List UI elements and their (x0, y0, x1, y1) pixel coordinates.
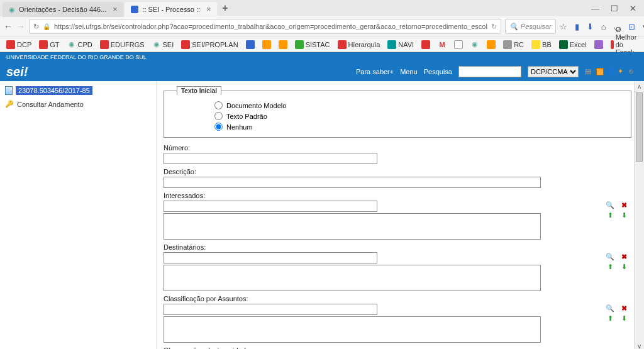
bookmark-item[interactable] (484, 39, 498, 50)
bookmark-item[interactable] (419, 39, 433, 50)
browser-search[interactable]: 🔍 Pesquisar (505, 19, 556, 34)
menu-link[interactable]: Menu (400, 68, 418, 75)
addon-icon[interactable]: ▮ (575, 22, 579, 31)
reload-icon[interactable]: ↻ (33, 23, 39, 31)
browser-tab[interactable]: :: SEI - Processo :: × (125, 2, 217, 17)
bookmark-item[interactable]: RC (501, 39, 526, 50)
move-up-icon[interactable]: ⬆ (606, 262, 614, 271)
classificacao-input[interactable] (164, 304, 377, 315)
bookmark-item[interactable]: BB (529, 39, 554, 50)
bookmark-item[interactable]: EDUFRGS (97, 39, 147, 50)
consultar-label: Consultar Andamento (17, 101, 84, 108)
maximize-button[interactable]: ☐ (611, 4, 618, 13)
move-up-icon[interactable]: ⬆ (606, 211, 614, 219)
toolbar-icon[interactable]: ✦ (618, 67, 626, 76)
classificacao-list[interactable] (164, 316, 541, 343)
close-icon[interactable]: × (113, 5, 117, 14)
sei-logo: sei! (6, 65, 28, 79)
bookmark-item[interactable]: Excel (557, 39, 589, 50)
bookmark-item[interactable]: M (435, 39, 449, 50)
download-icon[interactable]: ⬇ (587, 22, 594, 31)
bookmark-item[interactable] (243, 39, 257, 50)
bookmark-item[interactable]: ◉CPD (65, 39, 95, 50)
interessados-input[interactable] (164, 201, 377, 212)
pesquisa-label: Pesquisa (424, 68, 452, 75)
move-down-icon[interactable]: ⬇ (619, 314, 628, 323)
scrollbar[interactable]: ∧ ∨ (634, 81, 644, 349)
address-bar[interactable]: ↻ 🔒 https://sei.ufrgs.br/sei/controlador… (29, 19, 501, 34)
bookmark-icon (387, 40, 396, 49)
left-pane: 23078.503456/2017-85 🔑 Consultar Andamen… (0, 81, 157, 349)
observacoes-label: Observações desta unidade: (164, 346, 631, 349)
search-icon[interactable]: 🔍 (606, 201, 614, 209)
delete-icon[interactable]: ✖ (619, 201, 628, 209)
new-tab-button[interactable]: + (222, 3, 228, 14)
institution-bar: UNIVERSIDADE FEDERAL DO RIO GRANDE DO SU… (0, 52, 644, 62)
move-up-icon[interactable]: ⬆ (606, 314, 614, 323)
bookmark-item[interactable]: GT (36, 39, 62, 50)
bookmark-item[interactable]: ◉ (468, 39, 482, 50)
globe-icon: ◉ (152, 40, 161, 49)
scroll-thumb[interactable] (636, 92, 643, 162)
url-text: https://sei.ufrgs.br/sei/controlador.php… (54, 23, 487, 30)
bookmark-icon (262, 40, 271, 49)
bookmark-icon (295, 40, 304, 49)
minimize-button[interactable]: — (591, 4, 599, 13)
search-icon[interactable]: 🔍 (606, 252, 614, 261)
bookmark-item[interactable]: ◉SEI (150, 39, 177, 50)
bookmark-icon (421, 40, 430, 49)
toolbar-icon[interactable] (596, 68, 604, 75)
tab-title: Orientações - Decisão 446... (19, 6, 106, 13)
pesquisa-input[interactable] (458, 66, 521, 77)
interessados-list[interactable] (164, 213, 541, 240)
move-down-icon[interactable]: ⬇ (619, 262, 628, 271)
radio-documento-modelo[interactable] (214, 101, 223, 109)
home-icon[interactable]: ⌂ (601, 22, 606, 31)
gmail-icon: M (438, 40, 447, 49)
bookmark-item[interactable] (592, 39, 606, 50)
delete-icon[interactable]: ✖ (619, 304, 628, 313)
close-window-button[interactable]: ✕ (630, 4, 636, 13)
radio-nenhum[interactable] (214, 123, 223, 131)
bookmark-icon (338, 40, 347, 49)
window-controls: — ☐ ✕ (591, 4, 644, 13)
destinatarios-input[interactable] (164, 252, 377, 263)
bookmark-item[interactable] (276, 39, 290, 50)
destinatarios-list[interactable] (164, 265, 541, 291)
bookmark-item[interactable]: SISTAC (292, 39, 333, 50)
reload-icon-2[interactable]: ↻ (491, 23, 497, 31)
consultar-andamento-link[interactable]: 🔑 Consultar Andamento (5, 100, 152, 108)
bookmark-item[interactable]: SEI/PROPLAN (179, 39, 240, 50)
forward-button[interactable]: → (16, 21, 25, 31)
back-button[interactable]: ← (4, 21, 13, 31)
toolbar-icon[interactable]: ⎋ (629, 67, 638, 76)
bookmark-icon (594, 40, 603, 49)
bookmark-item[interactable] (260, 39, 274, 50)
process-link[interactable]: 23078.503456/2017-85 (5, 86, 152, 95)
move-down-icon[interactable]: ⬇ (619, 211, 628, 219)
toolbar-icon[interactable]: ▤ (585, 67, 594, 76)
bookmark-icon (531, 40, 540, 49)
interessados-label: Interessados: (164, 192, 631, 199)
bookmark-item[interactable] (452, 39, 465, 50)
bookmark-item[interactable]: Hierarquia (335, 39, 383, 50)
bookmark-item[interactable]: NAVI (385, 39, 416, 50)
bookmark-star-icon[interactable]: ☆ (560, 22, 567, 31)
descricao-input[interactable] (164, 177, 541, 188)
search-placeholder: Pesquisar (521, 23, 552, 30)
radio-texto-padrao[interactable] (214, 112, 223, 120)
search-icon[interactable]: 🔍 (606, 304, 614, 313)
numero-input[interactable] (164, 153, 377, 164)
toolbar-icon[interactable]: 👤 (606, 67, 615, 76)
bookmark-item[interactable]: DCP (4, 39, 34, 50)
bookmark-icon (487, 40, 496, 49)
close-icon[interactable]: × (206, 5, 211, 14)
scroll-up-icon[interactable]: ∧ (635, 81, 644, 91)
para-saber-link[interactable]: Para saber+ (356, 68, 394, 75)
unit-select[interactable]: DCP/CCMA (528, 66, 579, 77)
scroll-down-icon[interactable]: ∨ (635, 341, 644, 349)
delete-icon[interactable]: ✖ (619, 252, 628, 261)
browser-tab[interactable]: ◉ Orientações - Decisão 446... × (3, 2, 123, 17)
bookmark-icon (559, 40, 568, 49)
bookmark-icon (279, 40, 287, 49)
